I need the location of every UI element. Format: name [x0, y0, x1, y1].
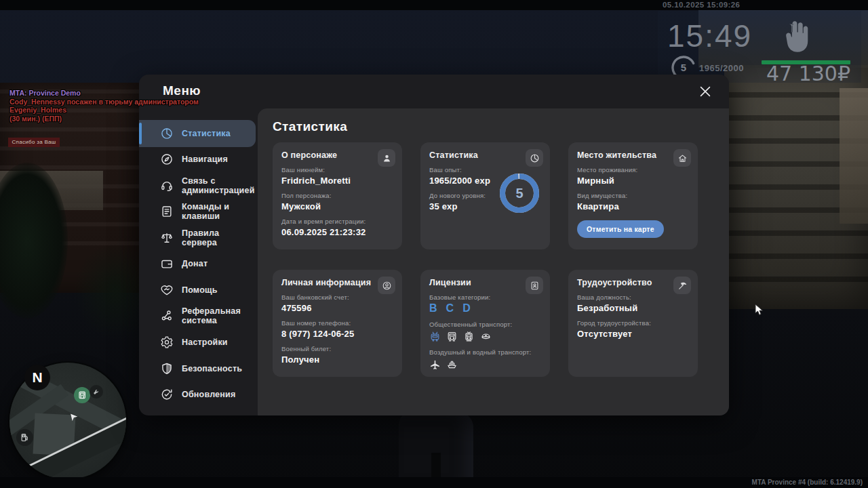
sidebar-item-updates[interactable]: Обновления — [139, 382, 256, 407]
fuel-station-blip — [16, 429, 33, 446]
active-indicator — [139, 123, 142, 144]
sidebar-item-settings[interactable]: Настройки — [139, 329, 256, 355]
license-category-b: B — [429, 302, 437, 314]
menu-window: Меню Статистика Навигация Связь с админи… — [139, 75, 729, 415]
close-icon[interactable] — [698, 84, 713, 99]
compass-icon — [160, 152, 174, 166]
card-about-character: О персонаже Ваш никнейм: Fridrich_Morett… — [273, 142, 402, 249]
bus-icon — [446, 331, 458, 342]
plane-icon — [429, 359, 441, 370]
shield-icon — [160, 362, 174, 375]
card-employment: Трудоустройство Ваша должность: Безработ… — [568, 270, 698, 377]
license-categories: B C D — [429, 302, 541, 314]
tram-icon — [463, 331, 475, 342]
id-card-icon — [526, 277, 543, 294]
level-value: 5 — [498, 172, 540, 214]
sidebar-item-commands-keys[interactable]: Команды и клавиши — [139, 194, 256, 229]
person-circle-icon — [378, 277, 395, 294]
scene-banner-text: Спасибо за Ваш — [8, 138, 60, 147]
headset-icon — [160, 179, 174, 192]
bottom-bar — [0, 477, 868, 488]
chat-log: MTA: Province Demo Cody_Hennessy посажен… — [9, 89, 248, 123]
heart-hands-icon — [160, 283, 174, 297]
person-icon — [378, 149, 395, 167]
minimap: N — [9, 363, 126, 479]
house-icon — [673, 149, 691, 167]
server-datetime: 05.10.2025 15:09:26 — [663, 1, 740, 9]
page-title: Статистика — [273, 119, 347, 134]
card-personal-info: Личная информация Ваш банковский счет: 4… — [273, 270, 402, 377]
license-category-c: C — [446, 302, 454, 314]
refresh-check-icon — [160, 388, 174, 401]
gear-icon — [160, 336, 174, 349]
network-icon — [160, 309, 174, 323]
public-transport-licenses — [429, 331, 541, 342]
pie-chart-icon — [526, 149, 543, 167]
chat-line-admin-action-2: (30 мин.) (ЕПП) — [9, 115, 248, 123]
hud-money-value: 47 130₽ — [739, 62, 850, 85]
pie-chart-icon — [160, 127, 174, 140]
chat-line-server: MTA: Province Demo — [9, 89, 248, 98]
card-residence: Место жительства Место проживания: Мирны… — [568, 142, 698, 249]
hud-panel: 15:49 5 1965/2000 47 130₽ — [658, 11, 861, 83]
menu-content: Статистика О персонаже Ваш никнейм: Frid… — [258, 108, 729, 415]
hud-exp-value: 1965/2000 — [699, 63, 744, 73]
chat-line-admin-action: Cody_Hennessy посажен в тюрьму администр… — [9, 98, 248, 115]
build-version-label: MTA Province #4 (build: 6.12419.9) — [752, 479, 863, 486]
raised-fist-icon — [777, 19, 812, 57]
mouse-cursor — [755, 304, 764, 316]
wallet-icon — [160, 257, 174, 270]
sidebar-item-statistics[interactable]: Статистика — [139, 120, 256, 147]
scene-tower — [840, 88, 868, 224]
license-category-d: D — [462, 302, 471, 314]
compass-north-badge: N — [24, 365, 50, 390]
bus-stop-blip — [74, 387, 90, 403]
sidebar-item-security[interactable]: Безопасность — [139, 356, 256, 382]
sidebar-item-donate[interactable]: Донат — [139, 251, 256, 277]
card-licenses: Лицензии Базовые категории: B C D Общест… — [420, 270, 550, 377]
sidebar-item-server-rules[interactable]: Правила сервера — [139, 225, 256, 251]
service-cap-icon — [480, 331, 492, 342]
game-screen: Спасибо за Ваш 05.10.2025 15:09:26 MTA P… — [0, 0, 868, 488]
sidebar-item-referral-system[interactable]: Реферальная система — [139, 298, 256, 333]
document-list-icon — [160, 205, 174, 218]
hud-clock: 15:49 — [667, 18, 752, 54]
boat-icon — [446, 359, 458, 370]
mark-on-map-button[interactable]: Отметить на карте — [577, 220, 664, 238]
mechanic-blip — [90, 385, 103, 399]
scales-icon — [160, 231, 174, 245]
air-water-licenses — [429, 359, 541, 370]
trolleybus-icon — [429, 331, 441, 342]
pickaxe-icon — [673, 277, 691, 294]
card-statistics: Статистика Ваш опыт: 1965/2000 exp До но… — [420, 142, 550, 249]
